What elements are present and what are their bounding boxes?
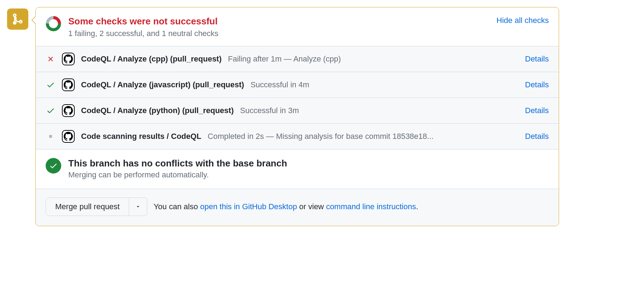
- triangle-down-icon: [136, 204, 140, 209]
- check-detail: Successful in 4m: [251, 80, 519, 89]
- merge-help-text: You can also open this in GitHub Desktop…: [154, 202, 418, 211]
- check-detail: Successful in 3m: [240, 106, 518, 115]
- timeline-badge: [7, 8, 28, 30]
- github-avatar-icon: [62, 78, 75, 91]
- merge-status-box: Some checks were not successful 1 failin…: [35, 7, 559, 226]
- check-row: Code scanning results / CodeQLCompleted …: [36, 124, 559, 149]
- merge-dropdown-button[interactable]: [129, 198, 147, 216]
- command-line-instructions-link[interactable]: command line instructions: [326, 202, 416, 211]
- hide-all-checks-link[interactable]: Hide all checks: [496, 16, 549, 25]
- status-title: Some checks were not successful: [68, 16, 489, 27]
- github-avatar-icon: [62, 104, 75, 117]
- conflict-section: This branch has no conflicts with the ba…: [36, 149, 559, 189]
- status-donut-icon: [46, 16, 61, 31]
- status-subtitle: 1 failing, 2 successful, and 1 neutral c…: [68, 29, 489, 38]
- git-merge-icon: [11, 13, 24, 25]
- conflict-subtitle: Merging can be performed automatically.: [68, 170, 287, 180]
- merge-pull-request-button[interactable]: Merge pull request: [46, 198, 129, 216]
- merge-section: Merge pull request You can also open thi…: [36, 189, 559, 226]
- check-name: CodeQL / Analyze (python) (pull_request): [81, 106, 234, 115]
- open-in-desktop-link[interactable]: open this in GitHub Desktop: [200, 202, 297, 211]
- check-name: CodeQL / Analyze (cpp) (pull_request): [81, 54, 222, 64]
- merge-text-middle: or view: [297, 202, 326, 211]
- github-avatar-icon: [62, 130, 75, 143]
- check-name: Code scanning results / CodeQL: [81, 132, 201, 141]
- conflict-title: This branch has no conflicts with the ba…: [68, 158, 287, 169]
- success-circle-icon: [46, 158, 61, 174]
- x-icon: [46, 54, 56, 64]
- check-detail: Failing after 1m — Analyze (cpp): [228, 54, 518, 64]
- check-details-link[interactable]: Details: [525, 54, 549, 64]
- merge-text-suffix: .: [416, 202, 418, 211]
- merge-text-prefix: You can also: [154, 202, 200, 211]
- svg-rect-3: [49, 135, 52, 138]
- square-icon: [46, 131, 56, 141]
- check-details-link[interactable]: Details: [525, 80, 549, 89]
- merge-button-group: Merge pull request: [46, 198, 147, 216]
- check-row: CodeQL / Analyze (python) (pull_request)…: [36, 98, 559, 124]
- check-row: CodeQL / Analyze (cpp) (pull_request)Fai…: [36, 46, 559, 72]
- checks-status-section: Some checks were not successful 1 failin…: [36, 7, 559, 46]
- check-details-link[interactable]: Details: [525, 132, 549, 141]
- check-row: CodeQL / Analyze (javascript) (pull_requ…: [36, 72, 559, 98]
- check-details-link[interactable]: Details: [525, 106, 549, 115]
- check-name: CodeQL / Analyze (javascript) (pull_requ…: [81, 80, 244, 89]
- check-icon: [46, 80, 56, 90]
- github-avatar-icon: [62, 53, 75, 65]
- check-icon: [46, 106, 56, 116]
- check-detail: Completed in 2s — Missing analysis for b…: [208, 132, 519, 141]
